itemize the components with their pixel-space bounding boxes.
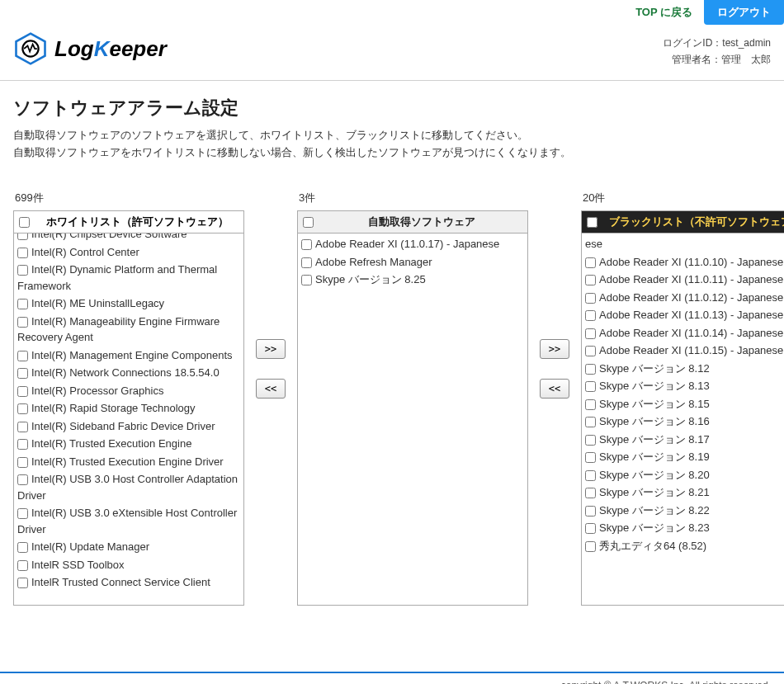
list-item[interactable]: Intel(R) Trusted Execution Engine bbox=[17, 435, 240, 453]
list-item-checkbox[interactable] bbox=[301, 275, 312, 285]
list-item[interactable]: Adobe Refresh Manager bbox=[301, 253, 524, 271]
list-item-checkbox[interactable] bbox=[17, 368, 28, 379]
list-item-checkbox[interactable] bbox=[585, 523, 596, 534]
list-item[interactable]: Intel(R) USB 3.0 eXtensible Host Control… bbox=[17, 504, 240, 538]
logo-text-k: K bbox=[94, 36, 110, 61]
list-item-checkbox[interactable] bbox=[17, 560, 28, 571]
list-item[interactable]: Skype バージョン 8.23 bbox=[585, 519, 784, 537]
list-item[interactable]: Intel(R) ME UninstallLegacy bbox=[17, 295, 240, 313]
list-item-checkbox[interactable] bbox=[17, 474, 28, 485]
list-item-checkbox[interactable] bbox=[585, 257, 596, 268]
list-item[interactable]: Skype バージョン 8.12 bbox=[585, 360, 784, 378]
list-item-label: Adobe Reader XI (11.0.17) - Japanese bbox=[315, 238, 499, 250]
list-item-checkbox[interactable] bbox=[585, 399, 596, 410]
list-item[interactable]: 秀丸エディタ64 (8.52) bbox=[585, 537, 784, 555]
list-item[interactable]: Intel(R) Sideband Fabric Device Driver bbox=[17, 417, 240, 436]
list-item-checkbox[interactable] bbox=[585, 293, 596, 304]
list-item[interactable]: IntelR Trusted Connect Service Client bbox=[17, 573, 240, 592]
list-item-label: Skype バージョン 8.16 bbox=[599, 415, 710, 427]
list-item[interactable]: Intel(R) Manageability Engine Firmware R… bbox=[17, 313, 240, 347]
auto-select-all-checkbox[interactable] bbox=[303, 217, 314, 228]
list-item-label: IntelR Trusted Connect Service Client bbox=[31, 576, 210, 588]
list-item-checkbox[interactable] bbox=[585, 328, 596, 339]
list-item-checkbox[interactable] bbox=[301, 257, 312, 268]
list-item-checkbox[interactable] bbox=[585, 346, 596, 356]
list-item-checkbox[interactable] bbox=[585, 310, 596, 321]
list-item[interactable]: Skype バージョン 8.25 bbox=[301, 271, 524, 289]
list-item[interactable]: Adobe Reader XI (11.0.10) - Japanese bbox=[585, 253, 784, 271]
list-item-checkbox[interactable] bbox=[17, 508, 28, 519]
list-item-checkbox[interactable] bbox=[17, 317, 28, 328]
list-item-checkbox[interactable] bbox=[17, 248, 28, 258]
list-item-checkbox[interactable] bbox=[585, 452, 596, 463]
list-item[interactable]: Intel(R) Chipset Device Software bbox=[17, 234, 240, 243]
list-item[interactable]: Intel(R) Rapid Storage Technology bbox=[17, 399, 240, 417]
list-item-checkbox[interactable] bbox=[17, 439, 28, 450]
list-item-label: ese bbox=[585, 238, 602, 250]
list-item[interactable]: Skype バージョン 8.13 bbox=[585, 377, 784, 395]
list-item[interactable]: Adobe Reader XI (11.0.14) - Japanese bbox=[585, 324, 784, 342]
list-item[interactable]: Intel(R) Control Center bbox=[17, 243, 240, 262]
list-item[interactable]: IntelR SSD Toolbox bbox=[17, 556, 240, 574]
auto-box: 自動取得ソフトウェア Adobe Reader XI (11.0.17) - J… bbox=[297, 210, 528, 606]
list-item-checkbox[interactable] bbox=[17, 457, 28, 468]
list-item-checkbox[interactable] bbox=[585, 470, 596, 481]
list-item[interactable]: Skype バージョン 8.17 bbox=[585, 431, 784, 449]
list-item[interactable]: Intel(R) Management Engine Components bbox=[17, 347, 240, 365]
move-right-button-1[interactable]: >> bbox=[256, 339, 286, 359]
list-item-checkbox[interactable] bbox=[17, 299, 28, 309]
list-item[interactable]: Adobe Reader XI (11.0.17) - Japanese bbox=[301, 235, 524, 253]
move-left-button-2[interactable]: << bbox=[540, 379, 569, 399]
list-item-checkbox[interactable] bbox=[585, 381, 596, 392]
list-item[interactable]: Adobe Reader XI (11.0.12) - Japanese bbox=[585, 289, 784, 307]
header-links: TOP に戻る ログアウト bbox=[624, 0, 784, 25]
list-item[interactable]: Intel(R) Network Connections 18.5.54.0 bbox=[17, 364, 240, 382]
list-item-label: Intel(R) Dynamic Platform and Thermal Fr… bbox=[17, 263, 217, 292]
list-item-checkbox[interactable] bbox=[585, 417, 596, 427]
list-item[interactable]: Skype バージョン 8.22 bbox=[585, 502, 784, 520]
list-item-checkbox[interactable] bbox=[17, 542, 28, 553]
move-left-button-1[interactable]: << bbox=[256, 379, 286, 399]
auto-scroll[interactable]: Adobe Reader XI (11.0.17) - JapaneseAdob… bbox=[298, 234, 527, 605]
list-item-checkbox[interactable] bbox=[585, 275, 596, 285]
list-item-label: Adobe Reader XI (11.0.10) - Japanese bbox=[599, 256, 783, 268]
blacklist-scroll[interactable]: eseAdobe Reader XI (11.0.10) - JapaneseA… bbox=[582, 234, 784, 605]
blacklist-select-all-checkbox[interactable] bbox=[587, 217, 597, 228]
list-item[interactable]: Intel(R) USB 3.0 Host Controller Adaptat… bbox=[17, 470, 240, 504]
logout-button[interactable]: ログアウト bbox=[704, 0, 784, 25]
list-item-checkbox[interactable] bbox=[585, 364, 596, 375]
list-item[interactable]: Skype バージョン 8.20 bbox=[585, 466, 784, 484]
list-item-label: Intel(R) Trusted Execution Engine Driver bbox=[31, 455, 224, 468]
list-item[interactable]: Skype バージョン 8.16 bbox=[585, 413, 784, 431]
list-item-checkbox[interactable] bbox=[17, 234, 28, 240]
list-item-label: Skype バージョン 8.21 bbox=[599, 486, 710, 498]
list-item-checkbox[interactable] bbox=[17, 578, 28, 588]
list-item-checkbox[interactable] bbox=[17, 351, 28, 361]
list-item-checkbox[interactable] bbox=[585, 488, 596, 498]
login-id-value: test_admin bbox=[722, 37, 771, 49]
whitelist-scroll[interactable]: Intel(R) Chipset Device SoftwareIntel(R)… bbox=[14, 234, 243, 605]
list-item-checkbox[interactable] bbox=[585, 435, 596, 446]
list-item[interactable]: Adobe Reader XI (11.0.11) - Japanese bbox=[585, 271, 784, 289]
list-item[interactable]: Intel(R) Trusted Execution Engine Driver bbox=[17, 453, 240, 471]
list-item[interactable]: Adobe Reader XI (11.0.15) - Japanese bbox=[585, 342, 784, 360]
list-item-checkbox[interactable] bbox=[585, 506, 596, 517]
list-item-checkbox[interactable] bbox=[17, 386, 28, 397]
list-item[interactable]: Skype バージョン 8.19 bbox=[585, 448, 784, 466]
top-link[interactable]: TOP に戻る bbox=[624, 0, 704, 25]
list-item[interactable]: Intel(R) Update Manager bbox=[17, 538, 240, 556]
list-item-checkbox[interactable] bbox=[17, 265, 28, 276]
list-item[interactable]: Intel(R) Dynamic Platform and Thermal Fr… bbox=[17, 261, 240, 295]
list-item-checkbox[interactable] bbox=[585, 541, 596, 552]
whitelist-select-all-checkbox[interactable] bbox=[19, 217, 30, 228]
list-item-checkbox[interactable] bbox=[17, 422, 28, 432]
list-item[interactable]: Skype バージョン 8.21 bbox=[585, 484, 784, 502]
list-item-checkbox[interactable] bbox=[17, 403, 28, 414]
move-right-button-2[interactable]: >> bbox=[540, 339, 569, 359]
list-item[interactable]: Adobe Reader XI (11.0.13) - Japanese bbox=[585, 306, 784, 324]
list-item[interactable]: Intel(R) Processor Graphics bbox=[17, 382, 240, 400]
list-item-checkbox[interactable] bbox=[301, 239, 312, 250]
list-item-label: Adobe Reader XI (11.0.14) - Japanese bbox=[599, 327, 783, 339]
list-item[interactable]: Skype バージョン 8.15 bbox=[585, 395, 784, 413]
auto-header: 自動取得ソフトウェア bbox=[298, 211, 527, 234]
